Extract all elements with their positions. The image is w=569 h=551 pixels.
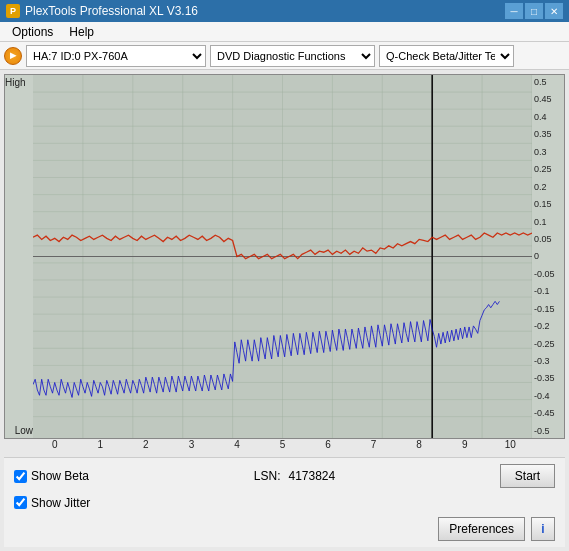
- x-tick-7: 7: [351, 439, 397, 457]
- function-select[interactable]: DVD Diagnostic Functions: [210, 45, 375, 67]
- test-select[interactable]: Q-Check Beta/Jitter Test: [379, 45, 514, 67]
- show-beta-label: Show Beta: [31, 469, 89, 483]
- show-beta-checkbox-label[interactable]: Show Beta: [14, 469, 89, 483]
- x-tick-2: 2: [123, 439, 169, 457]
- y-tick-17: -0.35: [534, 373, 564, 383]
- menu-bar: Options Help: [0, 22, 569, 42]
- drive-select[interactable]: HA:7 ID:0 PX-760A: [26, 45, 206, 67]
- y-tick-15: -0.25: [534, 339, 564, 349]
- bottom-panel: Show Beta LSN: 4173824 Start Show Jitter…: [4, 457, 565, 547]
- info-button[interactable]: i: [531, 517, 555, 541]
- lsn-value: 4173824: [289, 469, 336, 483]
- y-tick-1: 0.45: [534, 94, 564, 104]
- x-tick-6: 6: [305, 439, 351, 457]
- bottom-row3: Preferences i: [14, 517, 555, 541]
- close-button[interactable]: ✕: [545, 3, 563, 19]
- y-tick-9: 0.05: [534, 234, 564, 244]
- show-jitter-checkbox-label[interactable]: Show Jitter: [14, 496, 90, 510]
- bottom-row1: Show Beta LSN: 4173824 Start: [14, 464, 555, 488]
- y-tick-3: 0.35: [534, 129, 564, 139]
- lsn-label: LSN:: [254, 469, 281, 483]
- lsn-area: LSN: 4173824: [254, 469, 335, 483]
- y-tick-18: -0.4: [534, 391, 564, 401]
- x-tick-5: 5: [260, 439, 306, 457]
- x-tick-3: 3: [169, 439, 215, 457]
- y-tick-2: 0.4: [534, 112, 564, 122]
- chart-right-axis: 0.5 0.45 0.4 0.35 0.3 0.25 0.2 0.15 0.1 …: [532, 75, 564, 438]
- y-tick-4: 0.3: [534, 147, 564, 157]
- chart-high-label: High: [5, 77, 26, 88]
- y-tick-0: 0.5: [534, 77, 564, 87]
- chart-low-label: Low: [15, 425, 33, 436]
- app-icon: P: [6, 4, 20, 18]
- main-content: High Low: [0, 70, 569, 551]
- y-tick-6: 0.2: [534, 182, 564, 192]
- x-tick-4: 4: [214, 439, 260, 457]
- chart-left-axis: High Low: [5, 75, 33, 438]
- window-title: PlexTools Professional XL V3.16: [25, 4, 198, 18]
- minimize-button[interactable]: ─: [505, 3, 523, 19]
- y-tick-5: 0.25: [534, 164, 564, 174]
- show-jitter-checkbox[interactable]: [14, 496, 27, 509]
- y-tick-10: 0: [534, 251, 564, 261]
- show-beta-checkbox[interactable]: [14, 470, 27, 483]
- bottom-row2: Show Jitter: [14, 496, 555, 510]
- y-tick-8: 0.1: [534, 217, 564, 227]
- preferences-button[interactable]: Preferences: [438, 517, 525, 541]
- show-jitter-label: Show Jitter: [31, 496, 90, 510]
- y-tick-16: -0.3: [534, 356, 564, 366]
- y-tick-7: 0.15: [534, 199, 564, 209]
- info-icon: i: [541, 522, 544, 536]
- y-tick-14: -0.2: [534, 321, 564, 331]
- toolbar: ▶ HA:7 ID:0 PX-760A DVD Diagnostic Funct…: [0, 42, 569, 70]
- menu-options[interactable]: Options: [4, 23, 61, 41]
- chart-x-axis: 0 1 2 3 4 5 6 7 8 9 10: [4, 439, 565, 457]
- y-tick-12: -0.1: [534, 286, 564, 296]
- x-tick-8: 8: [396, 439, 442, 457]
- chart-svg: [33, 75, 532, 438]
- plextools-icon: ▶: [4, 47, 22, 65]
- x-tick-0: 0: [32, 439, 78, 457]
- menu-help[interactable]: Help: [61, 23, 102, 41]
- title-bar: P PlexTools Professional XL V3.16 ─ □ ✕: [0, 0, 569, 22]
- y-tick-13: -0.15: [534, 304, 564, 314]
- y-tick-11: -0.05: [534, 269, 564, 279]
- y-tick-20: -0.5: [534, 426, 564, 436]
- chart-area: High Low: [4, 74, 565, 439]
- x-tick-1: 1: [78, 439, 124, 457]
- y-tick-19: -0.45: [534, 408, 564, 418]
- x-tick-9: 9: [442, 439, 488, 457]
- x-tick-10: 10: [487, 439, 533, 457]
- start-button[interactable]: Start: [500, 464, 555, 488]
- chart-inner: [33, 75, 532, 438]
- maximize-button[interactable]: □: [525, 3, 543, 19]
